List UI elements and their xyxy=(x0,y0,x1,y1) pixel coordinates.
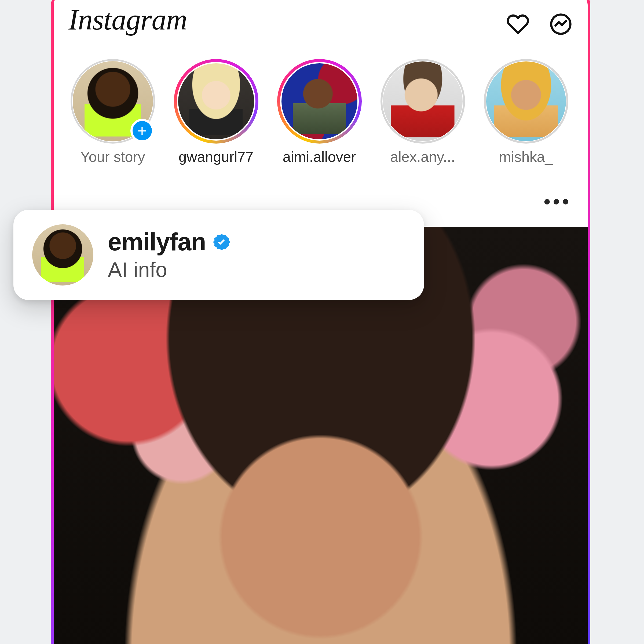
activity-heart-icon[interactable] xyxy=(506,12,530,36)
story-label: mishka_ xyxy=(499,148,553,165)
add-story-plus-icon[interactable]: + xyxy=(130,119,154,142)
popover-avatar[interactable] xyxy=(32,224,93,286)
story-label: Your story xyxy=(80,148,145,165)
header-actions xyxy=(506,12,573,36)
avatar xyxy=(178,63,254,139)
story-ring xyxy=(174,59,258,144)
verified-badge-icon xyxy=(212,233,231,251)
author-popover[interactable]: emilyfan AI info xyxy=(13,210,424,300)
story-your-story[interactable]: + Your story xyxy=(68,59,157,165)
popover-text: emilyfan AI info xyxy=(108,228,231,282)
story-alex-any[interactable]: alex.any... xyxy=(378,59,467,165)
app-header: Instagram xyxy=(54,0,588,51)
stories-tray[interactable]: + Your story gwangurl77 aimi.allover xyxy=(54,51,588,176)
popover-username[interactable]: emilyfan xyxy=(108,228,206,256)
avatar xyxy=(486,61,566,141)
instagram-logo[interactable]: Instagram xyxy=(68,3,193,45)
instagram-wordmark: Instagram xyxy=(68,3,187,36)
post-more-icon[interactable]: ••• xyxy=(544,191,572,212)
popover-ai-info-label[interactable]: AI info xyxy=(108,258,231,282)
avatar xyxy=(281,63,357,139)
story-ring: + xyxy=(71,59,155,144)
phone-screen: Instagram xyxy=(54,0,588,644)
story-label: aimi.allover xyxy=(283,148,356,165)
story-mishka[interactable]: mishka_ xyxy=(482,59,570,165)
story-ring xyxy=(380,59,465,144)
messenger-icon[interactable] xyxy=(549,12,573,36)
story-gwangurl77[interactable]: gwangurl77 xyxy=(172,59,260,165)
story-aimi-allover[interactable]: aimi.allover xyxy=(275,59,364,165)
phone-gradient-frame: Instagram xyxy=(51,0,590,644)
story-label: alex.any... xyxy=(390,148,455,165)
story-ring xyxy=(277,59,362,144)
story-label: gwangurl77 xyxy=(178,148,253,165)
avatar xyxy=(383,61,463,141)
story-ring xyxy=(484,59,568,144)
